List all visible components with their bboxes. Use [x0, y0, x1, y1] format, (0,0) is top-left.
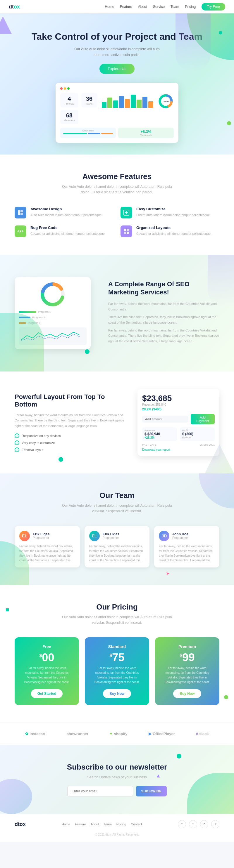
logo: dtox [9, 4, 20, 10]
dashboard-mockup: 4 Projects 68 Members 36 Tasks [9, 83, 225, 143]
price-desc-free: Far far away, behind the word mountains,… [21, 666, 73, 685]
social-instagram-icon[interactable]: in [200, 820, 208, 828]
price-card-standard: Standard $75 Far far away, behind the wo… [85, 637, 149, 705]
seo-section: Progress 1 Progress 2 Progress 3 A Co [0, 255, 234, 372]
feature-text-customize: Easy Customize Lorem auto loriem ipsum d… [136, 207, 211, 218]
mini-card-2: +8.3% This month [118, 128, 174, 138]
team-role-0: Programmer [33, 536, 49, 539]
date-row: PAST DATE 25 Sep 2021 [142, 443, 215, 446]
stats-sub-value: Revenue: $56,840 [142, 403, 215, 406]
stat-box-projects: 4 Projects [60, 93, 78, 107]
svg-rect-14 [124, 231, 126, 234]
mini-badge: +8.3% [121, 129, 171, 134]
chart-bar [113, 100, 118, 108]
team-card-top-1: EL Erik Ligas Programmer [89, 531, 145, 541]
price-amount-premium: $99 [161, 652, 213, 663]
chart-bar [125, 99, 130, 108]
svg-rect-13 [127, 229, 129, 231]
date-label: PAST DATE [142, 443, 156, 446]
svg-rect-5 [18, 210, 20, 215]
footer-link-5[interactable]: Contact [131, 823, 142, 826]
hero-cta-button[interactable]: Explore Us [100, 64, 134, 74]
avatar-1: EL [89, 531, 100, 541]
dash-stats-row: 4 Projects 68 Members 36 Tasks [60, 93, 174, 124]
check-item-2: ✓ Effective layout [15, 447, 126, 452]
navbar: dtox Home Feature About Service Team Pri… [0, 0, 234, 13]
mini-stat-label-revenue: Revenue [145, 429, 175, 432]
newsletter-form: SUBSCRIBE [67, 786, 167, 797]
svg-rect-7 [21, 213, 23, 215]
team-section: ➤ Our Team Our Auto Auto dolor sit amet … [0, 473, 234, 585]
social-twitter-icon[interactable]: t [189, 820, 197, 828]
nav-try-button[interactable]: Try Free [202, 3, 225, 10]
nav-feature[interactable]: Feature [120, 5, 132, 9]
seo-content: A Complete Range Of SEO Marketing Servic… [108, 280, 219, 346]
svg-rect-12 [124, 229, 126, 231]
nav-home[interactable]: Home [105, 5, 114, 9]
footer-top: dtox Home Feature About Team Pricing Con… [15, 820, 219, 828]
add-payment-button[interactable]: Add Payment [191, 414, 215, 424]
avatar-2: JD [159, 531, 170, 541]
stat-num-projects: 4 [64, 95, 75, 102]
price-amount-standard: $75 [91, 652, 143, 663]
mini-stats-row: Revenue $ $30,940 +28.3% Profit $ (300) … [142, 427, 215, 441]
mini-stat-label-profit: Profit [182, 429, 212, 432]
email-input[interactable] [67, 786, 133, 797]
team-title: Our Team [15, 491, 219, 500]
check-icon-2: ✓ [15, 447, 19, 452]
team-desc-2: Far far away, behind the word mountains,… [159, 544, 215, 563]
price-btn-premium[interactable]: Buy Now [173, 689, 201, 698]
seo-para-2: Far far away, behind the word mountains,… [108, 328, 219, 344]
team-desc-1: Far far away, behind the word mountains,… [89, 544, 145, 563]
download-report-link[interactable]: Download your report [142, 448, 215, 451]
mini-stat-change-revenue: +28.3% [145, 436, 175, 439]
social-facebook-icon[interactable]: f [178, 820, 186, 828]
price-label-premium: Premium [161, 644, 213, 649]
feature-text-design: Awesome Design Auto Auto loriem ipsum do… [30, 207, 102, 218]
nav-about[interactable]: About [138, 5, 147, 9]
team-name-1: Erik Ligas [103, 532, 119, 536]
footer-link-0[interactable]: Home [62, 823, 70, 826]
feature-icon-customize [121, 207, 132, 218]
feature-title-1: Easy Customize [136, 207, 211, 211]
hero-section: Take Control of your Project and Team Ou… [0, 13, 234, 155]
footer-link-3[interactable]: Team [104, 823, 112, 826]
chart-bar [137, 100, 141, 108]
partner-officeplayer: ▶ OfficePlayer [149, 732, 175, 736]
price-desc-premium: Far far away, behind the word mountains,… [161, 666, 213, 685]
chart-bar [148, 101, 153, 108]
price-btn-standard[interactable]: Buy Now [103, 689, 131, 698]
hero-dot-green [227, 121, 231, 125]
dash-header [60, 87, 174, 90]
price-btn-free[interactable]: Get Started [31, 689, 63, 698]
mini-stat-next: Europe [182, 436, 212, 439]
social-linkedin-icon[interactable]: li [211, 820, 219, 828]
features-section: Awesome Features Our Auto Auto dolor sit… [0, 155, 234, 255]
nav-team[interactable]: Team [171, 5, 179, 9]
stat-label-projects: Projects [64, 102, 75, 105]
amount-input[interactable] [142, 415, 188, 423]
footer-link-4[interactable]: Pricing [116, 823, 126, 826]
partner-slack: # slack [196, 732, 209, 736]
team-info-1: Erik Ligas Programmer [103, 532, 119, 539]
shopify-icon: ✦ [109, 732, 113, 736]
price-amount-free: $00 [21, 652, 73, 663]
team-grid: EL Erik Ligas Programmer Far far away, b… [15, 526, 219, 567]
subscribe-button[interactable]: SUBSCRIBE [136, 786, 167, 797]
check-label-1: Very easy to customize [22, 441, 55, 444]
footer-socials: f t in li [178, 820, 219, 828]
footer-link-1[interactable]: Feature [75, 823, 86, 826]
pricing-subtitle: Our Auto Auto dolor sit amet dolor in co… [58, 615, 176, 626]
powerful-mockup: $23,685 Revenue: $56,840 28.2% ($490) Ad… [137, 389, 219, 456]
footer-link-2[interactable]: About [91, 823, 99, 826]
feature-desc-1: Lorem auto loriem ipsum dolor tempur pel… [136, 213, 211, 218]
feature-title-3: Organized Layouts [136, 225, 211, 230]
nav-pricing[interactable]: Pricing [185, 5, 196, 9]
nav-service[interactable]: Service [153, 5, 165, 9]
price-currency-free: $ [39, 653, 42, 658]
dot-red [60, 87, 62, 90]
price-desc-standard: Far far away, behind the word mountains,… [91, 666, 143, 685]
newsletter-section: ▲ Subscribe to our newsletter Search Upd… [0, 745, 234, 814]
footer-links: Home Feature About Team Pricing Contact [62, 823, 142, 826]
feature-text-code: Bug Free Code Covaether adipiscing elit … [30, 225, 106, 236]
